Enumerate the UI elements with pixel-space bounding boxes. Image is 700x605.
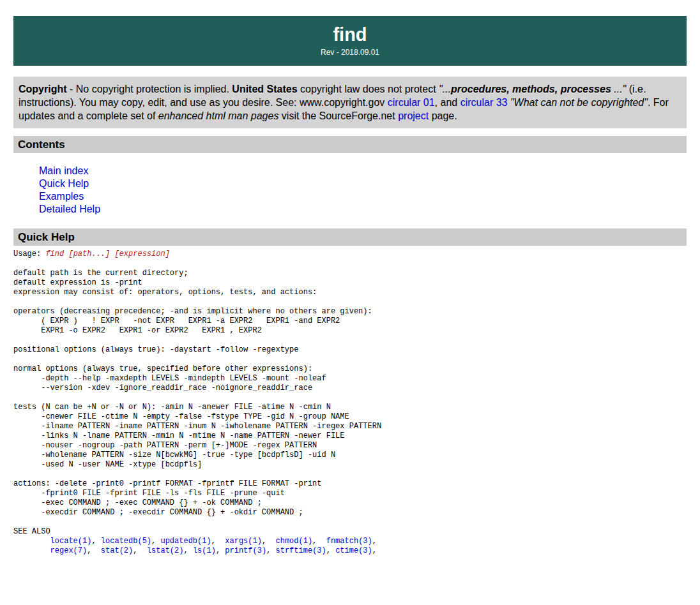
quick-help-text: ,: [266, 546, 275, 555]
quick-help-text: ,: [326, 546, 335, 555]
copyright-text: , and: [435, 97, 460, 108]
quick-help-link-stat-2[interactable]: stat(2): [101, 546, 133, 555]
quick-help-text: find [path...] [expression]: [45, 250, 169, 258]
quick-help-link-ls-1[interactable]: ls(1): [193, 546, 216, 555]
contents-link-detailed-help[interactable]: Detailed Help: [39, 203, 687, 216]
quick-help-link-chmod-1[interactable]: chmod(1): [276, 537, 313, 546]
quick-help-text: ,: [91, 537, 100, 546]
quick-help-text: ,: [87, 546, 101, 555]
contents-link-main-index[interactable]: Main index: [39, 165, 687, 177]
quick-help-link-locatedb-5[interactable]: locatedb(5): [101, 537, 151, 546]
quick-help-link-updatedb-1[interactable]: updatedb(1): [160, 537, 211, 546]
copyright-text: ...": [611, 84, 626, 94]
quick-help-text: -depth --help -maxdepth LEVELS -mindepth…: [13, 374, 326, 383]
quick-help-text: ,: [372, 546, 377, 555]
quick-help-text: -execdir COMMAND ; -execdir COMMAND {} +…: [13, 508, 303, 517]
copyright-text: Copyright - No copyright protection is i…: [19, 84, 669, 121]
quick-help-text: positional options (always true): -dayst…: [13, 345, 298, 354]
copyright-text: - No copyright protection is implied.: [67, 84, 232, 94]
quick-help-text: [13, 546, 50, 555]
quick-help-text: Usage: find [path...] [expression] defau…: [13, 250, 687, 556]
quick-help-link-printf-3[interactable]: printf(3): [225, 546, 266, 555]
quick-help-text: [13, 537, 50, 546]
quick-help-link-xargs-1[interactable]: xargs(1): [225, 537, 262, 546]
quick-help-text: normal options (always true, specified b…: [13, 364, 312, 373]
copyright-text: visit the SourceForge.net: [278, 110, 398, 121]
page-header-banner: find Rev - 2018.09.01: [13, 16, 687, 66]
quick-help-text: -cnewer FILE -ctime N -empty -false -fst…: [13, 412, 349, 421]
quick-help-text: operators (decreasing precedence; -and i…: [13, 307, 372, 316]
quick-help-text: ( EXPR ) ! EXPR -not EXPR EXPR1 -a EXPR2…: [13, 317, 340, 325]
quick-help-text: -wholename PATTERN -size N[bcwkMG] -true…: [13, 451, 335, 459]
quick-help-text: Usage:: [13, 250, 45, 258]
quick-help-text: ,: [151, 537, 160, 546]
quick-help-link-ctime-3[interactable]: ctime(3): [335, 546, 372, 555]
quick-help-heading: Quick Help: [18, 231, 75, 243]
copyright-text: enhanced html man pages: [158, 110, 279, 121]
quick-help-link-regex-7[interactable]: regex(7): [50, 546, 88, 555]
quick-help-section-header: Quick Help: [13, 228, 687, 246]
copyright-text: Copyright: [19, 84, 67, 94]
quick-help-text: ,: [312, 537, 326, 546]
copyright-text: copyright law does not protect: [298, 84, 439, 94]
quick-help-text: expression may consist of: operators, op…: [13, 288, 317, 297]
quick-help-text: -fprint0 FILE -fprint FILE -ls -fls FILE…: [13, 489, 285, 498]
quick-help-text: ,: [216, 546, 225, 555]
contents-link-quick-help[interactable]: Quick Help: [39, 177, 687, 190]
quick-help-text: -used N -user NAME -xtype [bcdpfls]: [13, 460, 202, 469]
revision-date: Rev - 2018.09.01: [321, 48, 379, 57]
quick-help-text: ,: [262, 537, 276, 546]
page-title: find: [333, 25, 367, 44]
quick-help-link-fnmatch-3[interactable]: fnmatch(3): [326, 537, 372, 546]
copyright-text: United States: [232, 84, 297, 94]
copyright-text: page.: [429, 110, 457, 121]
quick-help-text: tests (N can be +N or -N or N): -amin N …: [13, 403, 331, 412]
contents-section-header: Contents: [13, 136, 687, 153]
quick-help-text: ,: [372, 537, 377, 546]
quick-help-link-lstat-2[interactable]: lstat(2): [147, 546, 184, 555]
quick-help-text: ,: [133, 546, 147, 555]
quick-help-text: ,: [211, 537, 225, 546]
quick-help-text: -links N -lname PATTERN -mmin N -mtime N…: [13, 431, 344, 440]
contents-links: Main indexQuick HelpExamplesDetailed Hel…: [39, 165, 687, 216]
copyright-notice: Copyright - No copyright protection is i…: [13, 77, 687, 128]
quick-help-text: EXPR1 -o EXPR2 EXPR1 -or EXPR2 EXPR1 , E…: [13, 326, 262, 335]
copyright-link-circular-01[interactable]: circular 01: [388, 97, 435, 108]
quick-help-text: SEE ALSO: [13, 527, 50, 536]
man-page: find Rev - 2018.09.01 Copyright - No cop…: [13, 16, 687, 556]
quick-help-text: --version -xdev -ignore_readdir_race -no…: [13, 384, 312, 392]
contents-link-examples[interactable]: Examples: [39, 190, 687, 203]
quick-help-text: -nouser -nogroup -path PATTERN -perm [+-…: [13, 441, 317, 450]
quick-help-text: actions: -delete -print0 -printf FORMAT …: [13, 479, 321, 488]
quick-help-link-strftime-3[interactable]: strftime(3): [276, 546, 326, 555]
quick-help-text: -ilname PATTERN -iname PATTERN -inum N -…: [13, 422, 381, 431]
copyright-text: "What can not be copyrighted": [510, 97, 648, 108]
copyright-link-project[interactable]: project: [398, 110, 429, 121]
quick-help-text: default expression is -print: [13, 278, 142, 287]
quick-help-link-locate-1[interactable]: locate(1): [50, 537, 92, 546]
copyright-text: procedures, methods, processes: [451, 84, 611, 94]
quick-help-text: ,: [183, 546, 192, 555]
copyright-text: "...: [439, 84, 451, 94]
quick-help-text: default path is the current directory;: [13, 269, 188, 278]
quick-help-text: -exec COMMAND ; -exec COMMAND {} + -ok C…: [13, 498, 262, 507]
copyright-link-circular-33[interactable]: circular 33: [460, 97, 508, 108]
contents-heading: Contents: [18, 138, 65, 151]
